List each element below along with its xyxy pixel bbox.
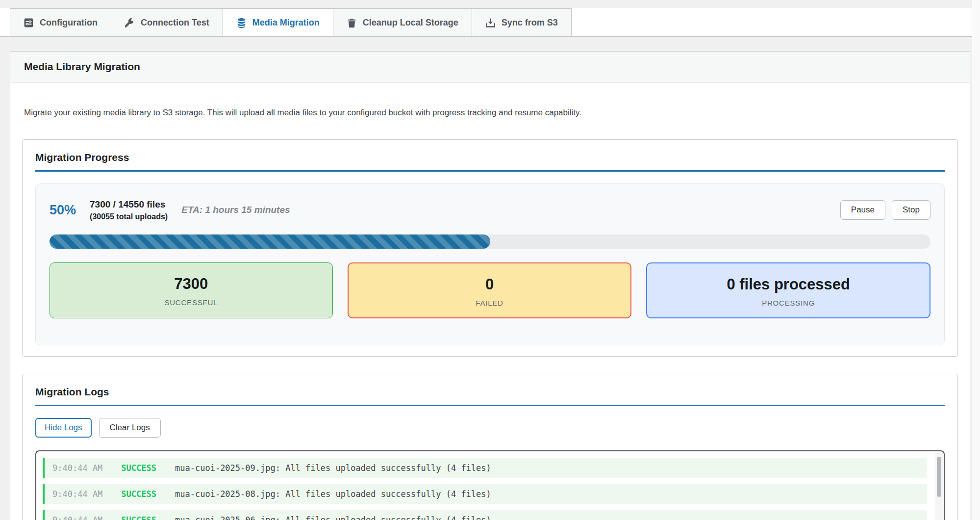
stat-value: 0 files processed <box>652 276 925 293</box>
tab-cleanup-local-storage[interactable]: Cleanup Local Storage <box>333 8 472 36</box>
settings-icon <box>24 18 34 28</box>
clear-logs-button[interactable]: Clear Logs <box>99 418 161 438</box>
tab-connection-test[interactable]: Connection Test <box>111 8 223 36</box>
log-time: 9:40:44 AM <box>52 515 102 520</box>
stat-cards-row: 7300SUCCESSFUL0FAILED0 files processedPR… <box>50 262 930 318</box>
log-message: mua-cuoi-2025-08.jpg: All files uploaded… <box>175 489 491 499</box>
stop-button[interactable]: Stop <box>892 200 930 220</box>
log-entry: 9:40:44 AMSUCCESSmua-cuoi-2025-08.jpg: A… <box>43 484 927 504</box>
progress-controls: Pause Stop <box>840 200 930 220</box>
eta-text: ETA: 1 hours 15 minutes <box>181 205 290 215</box>
log-status-badge: SUCCESS <box>121 489 156 499</box>
trash-icon <box>347 18 357 28</box>
stat-card-processing: 0 files processedPROCESSING <box>646 262 930 318</box>
log-message: mua-cuoi-2025-06.jpg: All files uploaded… <box>175 515 491 520</box>
tab-bar: ConfigurationConnection TestMedia Migrat… <box>0 8 980 37</box>
media-migration-panel: Media Library Migration Migrate your exi… <box>10 51 970 520</box>
panel-body: Migrate your existing media library to S… <box>10 82 970 520</box>
log-status-badge: SUCCESS <box>121 515 156 520</box>
migration-progress-section: Migration Progress 50% 7300 / 14550 file… <box>22 139 958 357</box>
log-console: 9:40:44 AMSUCCESSmua-cuoi-2025-09.jpg: A… <box>35 450 945 520</box>
stat-label: PROCESSING <box>652 299 925 307</box>
stat-value: 7300 <box>55 275 327 293</box>
stat-label: SUCCESSFUL <box>55 298 327 307</box>
log-entry: 9:40:44 AMSUCCESSmua-cuoi-2025-06.jpg: A… <box>43 510 927 520</box>
progress-bar-track <box>50 234 930 249</box>
log-message: mua-cuoi-2025-09.jpg: All files uploaded… <box>175 463 491 473</box>
progress-panel: 50% 7300 / 14550 files (30055 total uplo… <box>35 183 945 345</box>
files-count: 7300 / 14550 files <box>90 199 168 210</box>
files-count-block: 7300 / 14550 files (30055 total uploads) <box>90 199 168 222</box>
log-rows: 9:40:44 AMSUCCESSmua-cuoi-2025-09.jpg: A… <box>43 458 927 520</box>
database-icon <box>236 18 247 28</box>
tab-label: Configuration <box>40 18 98 28</box>
section-divider <box>35 405 945 406</box>
log-time: 9:40:44 AM <box>52 489 102 499</box>
pause-button[interactable]: Pause <box>840 200 885 220</box>
tab-sync-from-s3[interactable]: Sync from S3 <box>472 8 572 36</box>
progress-bar-fill <box>50 234 490 249</box>
tab-label: Cleanup Local Storage <box>363 18 458 28</box>
key-icon <box>125 18 135 28</box>
tab-label: Sync from S3 <box>502 18 558 28</box>
page-title: Media Library Migration <box>10 52 970 82</box>
log-scrollbar-thumb[interactable] <box>937 457 941 497</box>
log-toolbar: Hide Logs Clear Logs <box>35 418 945 438</box>
progress-section-title: Migration Progress <box>35 152 945 163</box>
total-uploads: (30055 total uploads) <box>90 212 168 222</box>
log-scrollbar[interactable] <box>935 452 943 520</box>
progress-stats-line: 50% 7300 / 14550 files (30055 total uplo… <box>50 199 930 222</box>
migration-logs-section: Migration Logs Hide Logs Clear Logs 9:40… <box>22 374 958 520</box>
tab-configuration[interactable]: Configuration <box>10 8 111 36</box>
hide-logs-button[interactable]: Hide Logs <box>35 418 92 438</box>
section-divider <box>35 170 945 172</box>
tab-media-migration[interactable]: Media Migration <box>223 8 333 36</box>
log-status-badge: SUCCESS <box>121 463 156 473</box>
stat-value: 0 <box>353 276 626 293</box>
logs-section-title: Migration Logs <box>35 386 945 398</box>
stat-card-success: 7300SUCCESSFUL <box>50 262 333 318</box>
log-time: 9:40:44 AM <box>52 463 102 473</box>
stat-card-failed: 0FAILED <box>348 262 632 318</box>
tab-label: Connection Test <box>141 18 209 28</box>
download-icon <box>485 18 496 28</box>
page-scrollbar[interactable] <box>972 0 980 520</box>
tab-label: Media Migration <box>252 18 320 28</box>
stat-label: FAILED <box>353 299 626 307</box>
progress-percent: 50% <box>50 203 76 218</box>
log-entry: 9:40:44 AMSUCCESSmua-cuoi-2025-09.jpg: A… <box>43 458 927 478</box>
migration-description: Migrate your existing media library to S… <box>22 82 958 139</box>
